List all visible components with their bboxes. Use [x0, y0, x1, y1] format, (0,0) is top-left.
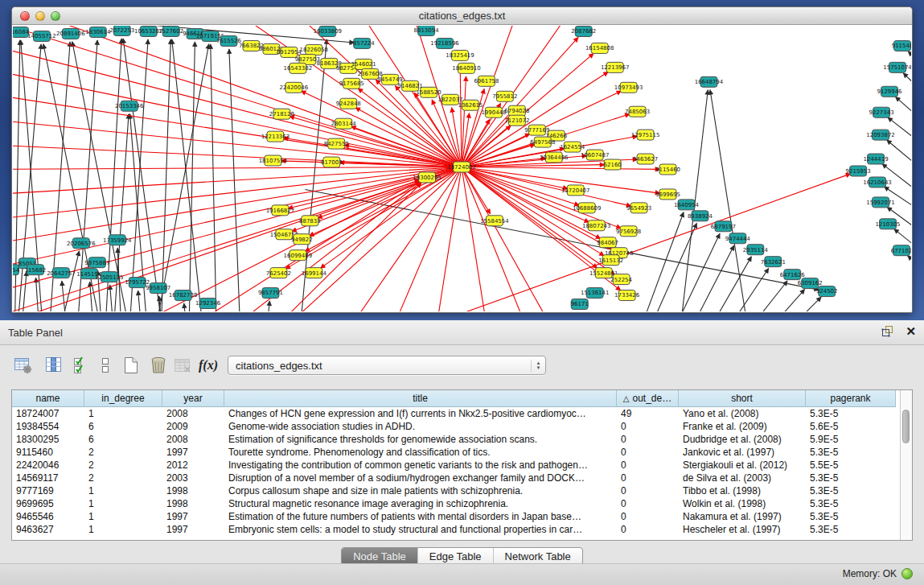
graph-node[interactable]: 19218596 [430, 38, 459, 48]
table-row[interactable]: 1938455462009Genome-wide association stu… [12, 420, 900, 433]
table-row[interactable]: 946554611997Estimation of the future num… [12, 510, 900, 523]
graph-node[interactable]: 18640910 [452, 63, 481, 73]
select-rows-button[interactable] [71, 355, 92, 376]
graph-node[interactable]: 18226058 [300, 44, 329, 55]
graph-node[interactable]: 18107554 [259, 155, 288, 166]
graph-node[interactable]: 20153346 [115, 101, 144, 111]
graph-node[interactable]: 16099489 [284, 250, 313, 261]
graph-node[interactable]: 10607487 [581, 150, 610, 160]
function-builder-button[interactable]: f(x) [198, 355, 219, 376]
table-selector-dropdown[interactable]: citations_edges.txt ▲▼ [228, 356, 546, 375]
tab-edge-table[interactable]: Edge Table [418, 548, 494, 565]
graph-node[interactable]: 9958107 [146, 283, 170, 294]
graph-node[interactable]: 20364486 [540, 152, 569, 163]
table-row[interactable]: 1456911722003Disruption of a novel membe… [12, 472, 900, 484]
graph-node[interactable]: 6961758 [474, 76, 499, 86]
graph-node[interactable]: 12213967 [601, 62, 630, 72]
column-header-name[interactable]: name [12, 390, 84, 407]
delete-attribute-button[interactable] [148, 355, 169, 376]
graph-node[interactable]: 22420046 [280, 82, 309, 93]
graph-node[interactable]: 911548 [892, 40, 911, 51]
network-window-titlebar[interactable]: citations_edges.txt [12, 7, 912, 25]
table-row[interactable]: 1830029562008Estimation of significance … [12, 433, 900, 446]
graph-node[interactable]: 115682 [25, 265, 47, 275]
table-row[interactable]: 969969511998Structural magnetic resonanc… [12, 497, 900, 510]
graph-node[interactable]: 1624554 [560, 142, 585, 152]
tab-node-table[interactable]: Node Table [342, 548, 418, 565]
graph-node[interactable]: 9227343 [869, 107, 894, 117]
graph-node[interactable]: 7955812 [492, 91, 517, 101]
graph-node[interactable]: 9115460 [655, 164, 680, 175]
graph-node[interactable]: 9242848 [336, 98, 361, 109]
table-row[interactable]: 977716911998Corpus callosum shape and si… [12, 484, 900, 497]
graph-node[interactable]: 6497568 [530, 137, 555, 147]
table-settings-button[interactable] [13, 355, 34, 376]
graph-node[interactable]: 949822 [291, 234, 313, 245]
column-header-year[interactable]: year [162, 390, 224, 407]
graph-node[interactable]: 8454749 [378, 74, 403, 84]
graph-node[interactable]: 62160 [604, 159, 622, 170]
graph-node[interactable]: 1733426 [614, 290, 639, 301]
graph-node[interactable]: 8938924 [688, 211, 713, 221]
graph-node[interactable]: 9129946 [877, 86, 902, 97]
graph-node[interactable]: 14055712 [27, 31, 56, 41]
graph-node[interactable]: 96171 [571, 299, 589, 310]
column-header-short[interactable]: short [679, 390, 806, 407]
graph-node[interactable]: 9175685 [339, 78, 364, 89]
graph-node[interactable]: 1210305 [876, 219, 901, 229]
graph-node[interactable]: 252254 [610, 274, 632, 285]
table-row[interactable]: 911546021997Tourette syndrome. Phenomeno… [12, 446, 900, 459]
graph-node[interactable]: 18807243 [582, 220, 611, 231]
graph-node[interactable]: 7857224 [350, 38, 376, 48]
graph-node[interactable]: 1527602 [158, 26, 183, 36]
graph-node[interactable]: 984067 [597, 237, 618, 248]
graph-node[interactable]: 9857791 [258, 288, 283, 299]
close-panel-icon[interactable]: ✕ [906, 325, 916, 338]
delete-table-disabled-button[interactable] [172, 355, 193, 376]
graph-node[interactable]: 12975115 [631, 130, 660, 140]
graph-node[interactable]: 20891406 [56, 28, 85, 39]
column-header-out_de[interactable]: △out_de… [617, 390, 679, 407]
show-columns-button[interactable] [43, 355, 64, 376]
graph-node[interactable]: 887833 [299, 216, 321, 226]
graph-node[interactable]: 9474444 [725, 233, 751, 244]
graph-node[interactable]: 39154 [13, 265, 20, 275]
graph-node[interactable]: 16543382 [284, 63, 313, 73]
graph-node[interactable]: 7632621 [761, 257, 786, 267]
table-row[interactable]: 946362711997Embryonic stem cells: a mode… [12, 523, 900, 536]
graph-node[interactable]: 677102 [891, 245, 911, 256]
graph-node[interactable]: 7485063 [625, 106, 650, 117]
graph-node[interactable]: 9699695 [655, 189, 680, 200]
graph-node[interactable]: 7625402 [266, 268, 291, 278]
graph-node[interactable]: 2087682 [571, 26, 596, 36]
graph-node[interactable]: 2072253 [109, 26, 134, 35]
graph-node[interactable]: 16154808 [585, 43, 614, 53]
scrollbar-thumb[interactable] [902, 410, 910, 443]
graph-node[interactable]: 1615132 [598, 255, 623, 266]
graph-node[interactable]: 6471626 [780, 270, 805, 280]
column-header-in_degree[interactable]: in_degree [84, 390, 162, 407]
graph-node[interactable]: 16648794 [695, 76, 724, 87]
graph-node[interactable]: 8427552 [324, 138, 349, 149]
graph-node[interactable]: 12093872 [866, 130, 895, 140]
graph-node[interactable]: 1990448 [481, 107, 506, 117]
graph-node[interactable]: 1546021 [351, 59, 376, 69]
graph-node[interactable]: 6879197 [711, 221, 736, 232]
table-vertical-scrollbar[interactable] [900, 390, 912, 540]
graph-node[interactable]: 817003 [321, 157, 343, 167]
graph-node[interactable]: 1121072 [504, 115, 529, 126]
graph-node[interactable]: 9654923 [626, 203, 651, 213]
graph-node[interactable]: 9756928 [616, 226, 641, 237]
graph-node[interactable]: 6794028 [504, 105, 529, 116]
graph-node[interactable]: 1292346 [195, 299, 220, 309]
graph-node[interactable]: 1244419 [864, 154, 889, 164]
graph-node[interactable]: 16210643 [863, 177, 892, 187]
graph-node[interactable]: 924502 [816, 286, 838, 297]
graph-node[interactable]: 2935114 [743, 245, 769, 255]
create-table-button[interactable] [121, 355, 142, 376]
row-visibility-button[interactable] [95, 355, 116, 376]
network-canvas[interactable]: 1608414055712208914061830614207225310653… [13, 26, 911, 311]
graph-node[interactable]: 1822037 [437, 94, 462, 105]
graph-node[interactable]: 9463627 [633, 154, 658, 164]
graph-node[interactable]: 9975887 [84, 257, 109, 268]
